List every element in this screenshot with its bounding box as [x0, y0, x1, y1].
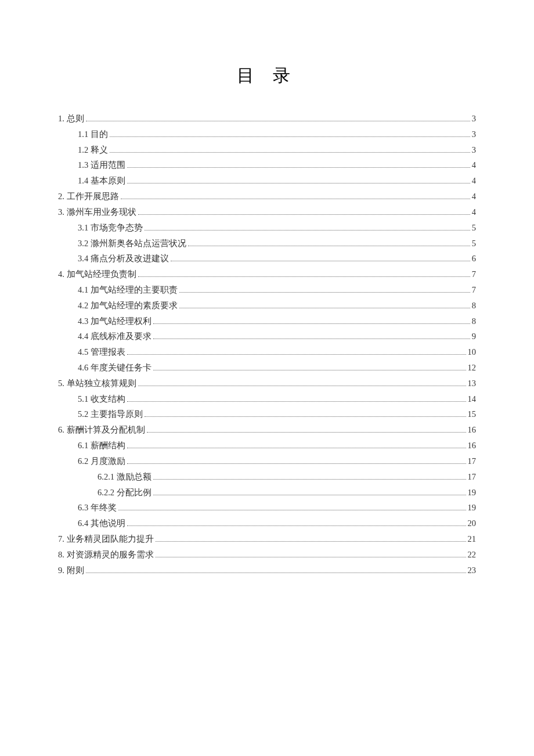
- toc-entry-label: 5.2 主要指导原则: [78, 406, 143, 422]
- toc-entry-page: 16: [468, 438, 477, 453]
- toc-entry-label: 1.1 目的: [78, 127, 108, 142]
- toc-leader: [153, 474, 466, 480]
- toc-entry-page: 4: [472, 157, 476, 173]
- toc-entry-page: 10: [468, 344, 477, 360]
- toc-entry-page: 7: [472, 282, 476, 298]
- toc-entry-label: 5. 单站独立核算规则: [58, 376, 136, 391]
- toc-entry-label: 6.3 年终奖: [78, 500, 117, 516]
- toc-entry: 1.4 基本原则 4: [58, 173, 476, 189]
- toc-leader: [127, 349, 466, 355]
- toc-entry-label: 4.6 年度关键任务卡: [78, 360, 151, 376]
- toc-entry: 6. 薪酬计算及分配机制 16: [58, 422, 476, 438]
- toc-entry-page: 23: [468, 563, 477, 578]
- toc-container: 1. 总则 31.1 目的 31.2 释义 31.3 适用范围 41.4 基本原…: [58, 111, 476, 578]
- toc-leader: [86, 567, 466, 573]
- toc-entry-label: 1.3 适用范围: [78, 157, 125, 173]
- toc-leader: [153, 333, 470, 339]
- toc-entry-label: 4.3 加气站经理权利: [78, 314, 151, 329]
- toc-entry: 4.4 底线标准及要求 9: [58, 329, 476, 344]
- toc-entry-label: 4.4 底线标准及要求: [78, 329, 151, 344]
- toc-entry-page: 22: [468, 547, 477, 563]
- toc-entry: 6.2 月度激励 17: [58, 453, 476, 469]
- toc-entry-label: 6. 薪酬计算及分配机制: [58, 422, 145, 438]
- toc-entry: 6.2.2 分配比例 19: [58, 485, 476, 501]
- toc-leader: [127, 458, 466, 464]
- toc-entry: 6.2.1 激励总额 17: [58, 469, 476, 485]
- toc-leader: [110, 131, 470, 137]
- toc-entry-page: 14: [468, 391, 477, 407]
- toc-entry-page: 17: [468, 469, 477, 485]
- toc-entry-label: 4.5 管理报表: [78, 344, 125, 360]
- toc-entry: 4.5 管理报表 10: [58, 344, 476, 360]
- toc-entry-page: 6: [472, 251, 476, 267]
- toc-entry-label: 6.2 月度激励: [78, 453, 125, 469]
- toc-entry: 4.3 加气站经理权利 8: [58, 314, 476, 329]
- toc-entry-label: 4.1 加气站经理的主要职责: [78, 282, 178, 298]
- toc-entry-page: 5: [472, 220, 476, 236]
- toc-entry-label: 3.2 滁州新奥各站点运营状况: [78, 236, 186, 251]
- toc-entry-page: 7: [472, 267, 476, 282]
- toc-entry-page: 9: [472, 329, 476, 344]
- toc-entry: 4.2 加气站经理的素质要求 8: [58, 298, 476, 314]
- toc-leader: [145, 225, 470, 231]
- toc-entry: 4.6 年度关键任务卡 12: [58, 360, 476, 376]
- toc-entry: 7. 业务精灵团队能力提升 21: [58, 531, 476, 547]
- toc-leader: [156, 536, 466, 542]
- toc-entry-page: 15: [468, 406, 477, 422]
- toc-entry-page: 19: [468, 485, 477, 501]
- toc-entry: 2. 工作开展思路 4: [58, 189, 476, 204]
- toc-entry: 6.3 年终奖 19: [58, 500, 476, 516]
- toc-leader: [153, 365, 466, 370]
- toc-entry: 8. 对资源精灵的服务需求 22: [58, 547, 476, 563]
- toc-entry-label: 1.4 基本原则: [78, 173, 125, 189]
- toc-entry: 4. 加气站经理负责制 7: [58, 267, 476, 282]
- toc-entry-page: 20: [468, 516, 477, 531]
- toc-entry-label: 6.4 其他说明: [78, 516, 125, 531]
- toc-leader: [156, 552, 466, 557]
- toc-entry-page: 16: [468, 422, 477, 438]
- toc-leader: [127, 162, 470, 168]
- toc-leader: [127, 395, 466, 401]
- toc-entry-page: 19: [468, 500, 477, 516]
- toc-entry: 3.1 市场竞争态势 5: [58, 220, 476, 236]
- toc-leader: [153, 489, 466, 495]
- toc-entry: 5.1 收支结构 14: [58, 391, 476, 407]
- toc-entry: 1.1 目的 3: [58, 127, 476, 142]
- toc-entry-page: 3: [472, 111, 476, 127]
- toc-leader: [179, 303, 470, 308]
- toc-entry-page: 21: [468, 531, 477, 547]
- toc-leader: [145, 411, 466, 417]
- toc-title: 目 录: [58, 64, 476, 88]
- toc-leader: [127, 178, 470, 183]
- toc-entry: 3. 滁州车用业务现状 4: [58, 204, 476, 220]
- toc-entry: 3.2 滁州新奥各站点运营状况 5: [58, 236, 476, 251]
- toc-entry-page: 4: [472, 173, 476, 189]
- toc-entry: 1.3 适用范围 4: [58, 157, 476, 173]
- toc-entry-label: 1. 总则: [58, 111, 84, 127]
- toc-entry: 9. 附则 23: [58, 563, 476, 578]
- toc-entry: 5.2 主要指导原则 15: [58, 406, 476, 422]
- toc-leader: [138, 271, 470, 277]
- toc-leader: [86, 116, 470, 121]
- toc-entry: 1. 总则 3: [58, 111, 476, 127]
- toc-leader: [127, 442, 466, 448]
- toc-leader: [118, 505, 466, 510]
- toc-entry-label: 9. 附则: [58, 563, 84, 578]
- toc-entry-label: 3.1 市场竞争态势: [78, 220, 143, 236]
- toc-entry-label: 1.2 释义: [78, 142, 108, 158]
- toc-entry-label: 8. 对资源精灵的服务需求: [58, 547, 154, 563]
- toc-leader: [179, 287, 470, 293]
- toc-leader: [147, 427, 466, 433]
- toc-leader: [138, 209, 470, 215]
- toc-leader: [188, 240, 470, 246]
- toc-leader: [110, 146, 470, 152]
- toc-leader: [127, 520, 466, 526]
- toc-leader: [138, 380, 466, 386]
- toc-entry-label: 4. 加气站经理负责制: [58, 267, 136, 282]
- toc-entry: 4.1 加气站经理的主要职责 7: [58, 282, 476, 298]
- toc-entry-page: 8: [472, 298, 476, 314]
- toc-entry: 6.4 其他说明 20: [58, 516, 476, 531]
- toc-entry-page: 4: [472, 204, 476, 220]
- toc-entry-page: 17: [468, 453, 477, 469]
- toc-entry-label: 6.1 薪酬结构: [78, 438, 125, 453]
